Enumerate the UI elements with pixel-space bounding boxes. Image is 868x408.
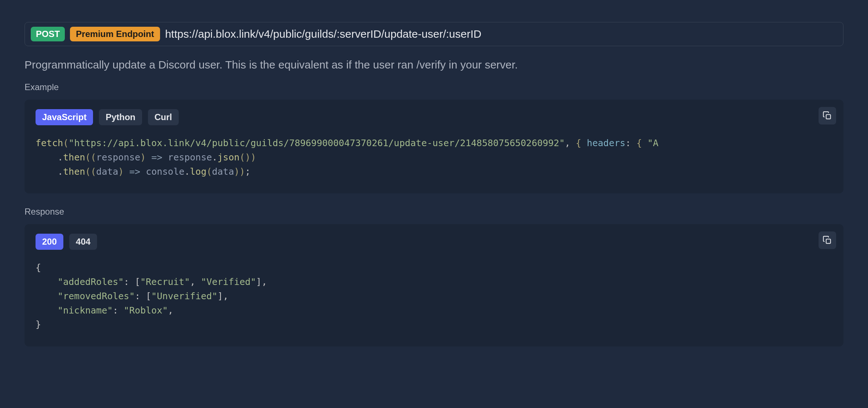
svg-rect-1	[826, 239, 831, 244]
tab-javascript[interactable]: JavaScript	[36, 109, 93, 125]
copy-icon	[823, 111, 832, 120]
response-tabs: 200 404	[36, 234, 832, 250]
code-token: "https://api.blox.link/v4/public/guilds/…	[68, 138, 565, 148]
copy-example-button[interactable]	[819, 107, 836, 125]
example-code-block: JavaScript Python Curl fetch("https://ap…	[25, 100, 843, 193]
copy-icon	[823, 235, 832, 245]
example-label: Example	[25, 82, 843, 92]
code-token: "A	[648, 138, 659, 148]
code-token: "Unverified"	[151, 291, 218, 301]
code-token: response	[168, 152, 212, 163]
code-token: data	[212, 166, 234, 177]
example-tabs: JavaScript Python Curl	[36, 109, 832, 125]
tab-404[interactable]: 404	[69, 234, 97, 250]
endpoint-bar: POST Premium Endpoint https://api.blox.l…	[25, 22, 843, 46]
code-token: "Recruit"	[140, 277, 190, 287]
code-token: "addedRoles"	[58, 277, 124, 287]
tab-python[interactable]: Python	[99, 109, 142, 125]
tab-200[interactable]: 200	[36, 234, 63, 250]
code-token: log	[190, 166, 207, 177]
response-code: { "addedRoles": ["Recruit", "Verified"],…	[36, 261, 832, 332]
code-token: console	[146, 166, 184, 177]
example-code: fetch("https://api.blox.link/v4/public/g…	[36, 136, 832, 179]
code-token: data	[96, 166, 118, 177]
code-token: json	[218, 152, 240, 163]
code-token: {	[637, 138, 648, 148]
response-label: Response	[25, 207, 843, 217]
code-token: "Roblox"	[124, 305, 168, 316]
code-token: fetch	[36, 138, 63, 148]
http-method-badge: POST	[31, 27, 65, 41]
endpoint-url: https://api.blox.link/v4/public/guilds/:…	[165, 28, 482, 40]
tab-curl[interactable]: Curl	[148, 109, 179, 125]
svg-rect-0	[826, 115, 831, 119]
response-code-block: 200 404 { "addedRoles": ["Recruit", "Ver…	[25, 224, 843, 346]
code-token: "Verified"	[201, 277, 256, 287]
code-token: response	[96, 152, 140, 163]
code-token: "removedRoles"	[58, 291, 135, 301]
copy-response-button[interactable]	[819, 231, 836, 249]
code-token: "nickname"	[58, 305, 113, 316]
premium-badge: Premium Endpoint	[70, 27, 160, 41]
endpoint-description: Programmatically update a Discord user. …	[25, 59, 843, 71]
code-token: headers	[587, 138, 625, 148]
